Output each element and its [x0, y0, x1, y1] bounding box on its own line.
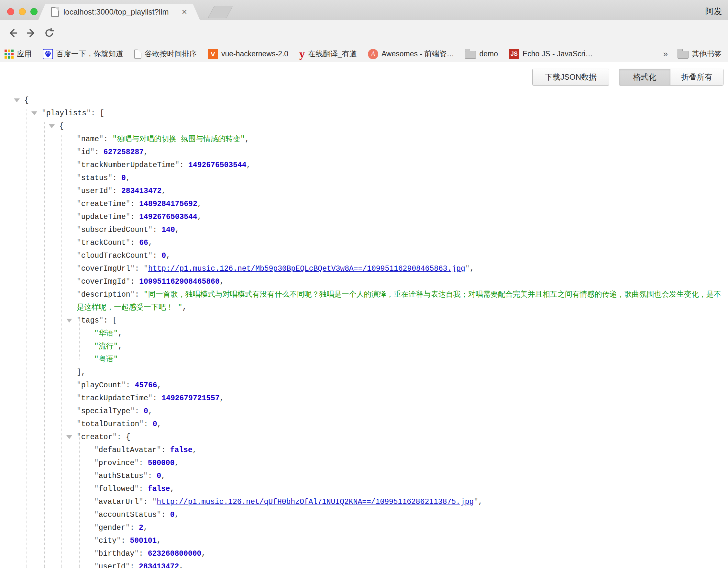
json-quote: " — [77, 200, 81, 208]
json-quote: " — [77, 226, 81, 234]
json-quote: " — [77, 407, 81, 416]
json-punctuation: , — [118, 329, 123, 338]
json-line: "流行", — [0, 340, 728, 353]
json-number-value: 0 — [121, 174, 126, 182]
bookmark-demo-folder[interactable]: demo — [465, 50, 498, 59]
json-number-value: 1492676503544 — [188, 161, 246, 169]
collapse-toggle-icon[interactable] — [66, 319, 72, 323]
bookmark-vue-hackernews[interactable]: V vue-hackernews-2.0 — [208, 49, 288, 59]
json-quote: " — [77, 148, 81, 156]
json-key: authStatus — [99, 472, 143, 480]
json-key: birthday — [99, 550, 134, 558]
json-quote: " — [77, 161, 81, 169]
tab-close-icon[interactable]: × — [182, 7, 187, 17]
json-string-value: "同一首歌，独唱模式与对唱模式有没有什么不同呢？独唱是一个人的演绎，重在诠释与表… — [77, 291, 721, 312]
page-content: 下载JSON数据 格式化 折叠所有 {"playlists": [{"name"… — [0, 62, 728, 568]
tab-strip: localhost:3000/top_playlist?lim × 阿发 — [0, 0, 728, 20]
json-punctuation: : — [130, 277, 139, 286]
json-quote: " — [77, 239, 81, 247]
json-line: "updateTime": 1492676503544, — [0, 210, 728, 223]
json-quote: " — [157, 511, 161, 519]
bookmarks-bar: 应用 百度一下，你就知道 谷歌按时间排序 V vue-hackernews-2.… — [0, 46, 728, 62]
json-quote: " — [157, 446, 161, 454]
json-punctuation: : — [139, 485, 148, 493]
bookmark-youdao-translate[interactable]: y 在线翻译_有道 — [299, 49, 357, 60]
bookmark-baidu[interactable]: 百度一下，你就知道 — [43, 49, 123, 59]
json-key: updateTime — [81, 213, 126, 221]
json-punctuation: , — [174, 511, 179, 519]
vue-icon: V — [208, 49, 218, 59]
json-punctuation: , — [166, 251, 171, 260]
json-quote: " — [99, 135, 104, 143]
json-quote: " — [77, 317, 81, 325]
json-quote: " — [144, 264, 148, 273]
json-key: subscribedCount — [81, 226, 148, 234]
json-punctuation: : — [161, 446, 170, 454]
json-line: "粤语" — [0, 353, 728, 366]
collapse-toggle-icon[interactable] — [14, 98, 20, 102]
minimize-window-button[interactable] — [19, 8, 26, 15]
json-number-value: 1492676503544 — [139, 213, 197, 221]
json-quote: " — [139, 420, 144, 429]
json-quote: " — [474, 498, 478, 506]
back-button[interactable] — [6, 26, 20, 40]
json-quote: " — [77, 277, 81, 286]
json-quote: " — [108, 174, 113, 182]
other-bookmarks-folder[interactable]: 其他书签 — [678, 49, 722, 59]
close-window-button[interactable] — [7, 8, 14, 15]
browser-tab[interactable]: localhost:3000/top_playlist?lim × — [38, 4, 200, 20]
format-button[interactable]: 格式化 — [619, 69, 670, 85]
json-line: "coverImgId": 109951162908465860, — [0, 275, 728, 288]
json-line: "avatarUrl": "http://p1.music.126.net/qU… — [0, 496, 728, 508]
new-tab-button[interactable] — [208, 6, 233, 18]
profile-name[interactable]: 阿发 — [705, 6, 722, 17]
json-punctuation: : — [130, 562, 139, 568]
json-key: trackNumberUpdateTime — [81, 161, 175, 169]
json-punctuation: , — [245, 135, 249, 143]
json-quote: " — [143, 472, 148, 480]
json-key: id — [81, 148, 90, 156]
collapse-toggle-icon[interactable] — [66, 435, 72, 439]
forward-button[interactable] — [24, 26, 38, 40]
json-quote: " — [94, 472, 99, 480]
json-quote: " — [42, 109, 46, 117]
youdao-icon: y — [299, 49, 305, 60]
collapse-toggle-icon[interactable] — [49, 124, 55, 128]
bookmark-apps[interactable]: 应用 — [5, 49, 32, 59]
json-quote: " — [121, 381, 126, 390]
json-punctuation: : — [153, 251, 162, 260]
json-line: "userId": 283413472, — [0, 184, 728, 197]
bookmark-awesomes[interactable]: A Awesomes - 前端资… — [368, 49, 454, 59]
json-number-value: 109951162908465860 — [139, 277, 219, 286]
bookmark-google-sort[interactable]: 谷歌按时间排序 — [134, 49, 197, 59]
maximize-window-button[interactable] — [30, 8, 38, 15]
bookmarks-overflow-icon[interactable]: » — [663, 49, 668, 59]
json-punctuation: , — [157, 420, 161, 429]
json-link-url[interactable]: http://p1.music.126.net/qUfH0bhzOfAl71NU… — [157, 498, 474, 506]
json-punctuation: , — [197, 213, 202, 221]
json-quote: " — [94, 446, 99, 454]
collapse-toggle-icon[interactable] — [31, 111, 37, 115]
json-line: "gender": 2, — [0, 521, 728, 534]
json-punctuation: , — [201, 550, 206, 558]
json-punctuation: : — [112, 174, 121, 182]
json-quote: " — [152, 498, 157, 506]
download-json-button[interactable]: 下载JSON数据 — [532, 69, 609, 85]
json-quote: " — [175, 161, 180, 169]
json-number-value: 66 — [139, 239, 148, 247]
json-quote: " — [148, 251, 153, 260]
json-quote: " — [77, 187, 81, 195]
json-line: "status": 0, — [0, 172, 728, 184]
json-line: "defaultAvatar": false, — [0, 444, 728, 457]
json-link-url[interactable]: http://p1.music.126.net/Mb59p30BpEQLcBQe… — [148, 264, 465, 273]
reload-button[interactable] — [42, 26, 56, 40]
json-punctuation: : [ — [104, 317, 117, 325]
json-line: "city": 500101, — [0, 534, 728, 547]
json-punctuation: : — [148, 472, 157, 480]
collapse-all-button[interactable]: 折叠所有 — [670, 69, 723, 85]
json-key: totalDuration — [81, 420, 139, 429]
json-key: coverImgId — [81, 277, 126, 286]
json-quote: " — [99, 317, 104, 325]
bookmark-echojs[interactable]: JS Echo JS - JavaScri… — [509, 49, 593, 59]
json-punctuation: , — [478, 498, 483, 506]
